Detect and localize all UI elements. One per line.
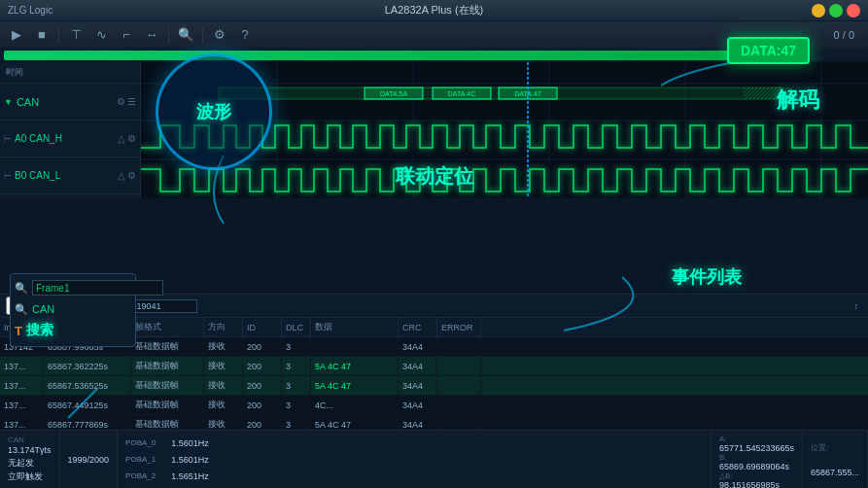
- td-format-1: 基础数据帧: [131, 357, 204, 375]
- td-dir-3: 接收: [204, 396, 243, 414]
- td-error-4: [437, 415, 481, 430]
- td-crc-3: 34A4: [399, 396, 437, 414]
- search-row-2: 🔍 CAN: [15, 299, 131, 319]
- td-error-3: [437, 396, 481, 414]
- td-data-2: 5A 4C 47: [311, 376, 399, 395]
- arrow-button[interactable]: ↔: [141, 25, 162, 45]
- td-time-3: 65867.449125s: [44, 396, 131, 414]
- search-icon-2[interactable]: 🔍: [15, 303, 28, 316]
- wave-button[interactable]: ∿: [90, 25, 112, 45]
- cursor-b-label: B:: [719, 453, 794, 462]
- position-display-value: 65867.555...: [811, 468, 859, 477]
- time-ruler-header: 时间: [6, 66, 23, 79]
- maximize-button[interactable]: [829, 4, 843, 17]
- td-format-0: 基础数据帧: [131, 337, 204, 356]
- progress-bar: [4, 51, 735, 60]
- td-error-0: [437, 337, 481, 356]
- poba-0-label: POBA_0: [125, 438, 156, 448]
- poba-2-label: POBA_2: [125, 471, 156, 481]
- can-search-label: CAN: [32, 303, 54, 315]
- play-button[interactable]: ▶: [6, 25, 27, 45]
- status-immediate-value: 立即触发: [8, 471, 52, 483]
- cursor-a-label: A:: [719, 435, 794, 443]
- decode-label[interactable]: 解码: [777, 86, 819, 115]
- td-format-3: 基础数据帧: [131, 396, 204, 414]
- can-l-settings-icon[interactable]: ⚙: [127, 170, 136, 181]
- td-crc-1: 34A4: [399, 357, 437, 375]
- th-dlc: DLC: [282, 318, 311, 336]
- can-l-up-icon[interactable]: △: [118, 170, 125, 181]
- td-dir-0: 接收: [204, 337, 243, 356]
- search-type-icon[interactable]: T: [15, 324, 22, 338]
- can-h-channel-name: A0 CAN_H: [15, 133, 116, 144]
- table-row[interactable]: 137... 65867.536525s 基础数据帧 接收 200 3 5A 4…: [0, 376, 868, 396]
- th-format: 帧格式: [131, 318, 204, 336]
- edge-button[interactable]: ⌐: [116, 25, 137, 45]
- cursor-a-value: 65771.545233665s: [719, 443, 794, 453]
- close-button[interactable]: [847, 4, 860, 17]
- td-id-0: 200: [243, 337, 282, 356]
- td-dlc-1: 3: [282, 357, 311, 375]
- td-dir-1: 接收: [204, 357, 243, 375]
- waveform-hint: ↕: [854, 301, 863, 311]
- settings-button[interactable]: ⚙: [209, 25, 230, 45]
- td-dir-2: 接收: [204, 376, 243, 395]
- can-l-indent: ⊢: [4, 171, 12, 181]
- waveform-annotation-bubble: 波形: [156, 53, 272, 170]
- status-position: 位置: 65867.555...: [803, 431, 868, 488]
- poba-1-value: 1.5601Hz: [171, 455, 209, 465]
- can-h-up-icon[interactable]: △: [118, 133, 125, 144]
- minimize-button[interactable]: [812, 4, 825, 17]
- link-position-label: 联动定位: [396, 163, 473, 190]
- can-settings-icon[interactable]: ⚙: [117, 96, 125, 107]
- td-crc-4: 34A4: [399, 415, 437, 430]
- td-format-4: 基础数据帧: [131, 415, 204, 430]
- data-highlight-text: DATA:47: [741, 43, 796, 58]
- td-dlc-2: 3: [282, 376, 311, 395]
- event-list-label: 事件列表: [672, 265, 742, 289]
- search-icon-1[interactable]: 🔍: [15, 282, 28, 295]
- status-cursor-a: A: 65771.545233665s B: 65869.69689064s △…: [712, 431, 803, 488]
- can-more-icon[interactable]: ☰: [127, 96, 136, 107]
- table-row[interactable]: 137... 65867.777869s 基础数据帧 接收 200 3 5A 4…: [0, 415, 868, 430]
- td-dlc-0: 3: [282, 337, 311, 356]
- help-button[interactable]: ?: [234, 25, 256, 45]
- can-h-settings-icon[interactable]: ⚙: [127, 133, 136, 144]
- td-index-1: 137...: [0, 357, 44, 375]
- cursor-button[interactable]: ⊤: [65, 25, 87, 45]
- window-buttons: [812, 4, 860, 17]
- search-button[interactable]: 🔍: [175, 25, 196, 45]
- position-label: 位置:: [811, 442, 859, 453]
- table-row[interactable]: 137... 65867.362225s 基础数据帧 接收 200 3 5A 4…: [0, 357, 868, 376]
- status-bar: CAN 13.174Tγts 无起发 立即触发 1999/2000 POBA_0…: [0, 430, 868, 488]
- status-trigger-value: 无起发: [8, 457, 52, 470]
- cursor-delta-label: △B:: [719, 471, 794, 480]
- waveform-annotation-text: 波形: [196, 100, 231, 123]
- td-time-1: 65867.362225s: [44, 357, 131, 375]
- stop-button[interactable]: ■: [31, 25, 52, 45]
- td-dlc-3: 3: [282, 396, 311, 414]
- td-time-2: 65867.536525s: [44, 376, 131, 395]
- td-id-1: 200: [243, 357, 282, 375]
- th-crc: CRC: [399, 318, 437, 336]
- td-id-2: 200: [243, 376, 282, 395]
- search-row-1: 🔍: [15, 278, 131, 297]
- th-data: 数据: [311, 318, 399, 336]
- window-title: LA2832A Plus (在线): [385, 3, 484, 17]
- svg-text:DATA:5A: DATA:5A: [380, 90, 407, 97]
- frame-search-input[interactable]: [32, 280, 163, 296]
- td-id-3: 200: [243, 396, 282, 414]
- th-error: ERROR: [437, 318, 481, 336]
- can-channel-name: CAN: [17, 96, 115, 108]
- can-l-channel-name: B0 CAN_L: [15, 170, 116, 181]
- poba-2-value: 1.5651Hz: [171, 471, 209, 481]
- td-data-3: 4C...: [311, 396, 399, 414]
- td-index-4: 137...: [0, 415, 44, 430]
- poba-1-label: POBA_1: [125, 455, 156, 465]
- td-crc-2: 34A4: [399, 376, 437, 395]
- table-row[interactable]: 137... 65867.449125s 基础数据帧 接收 200 3 4C..…: [0, 396, 868, 415]
- toolbar-separator-3: [202, 27, 203, 43]
- can-expand-icon[interactable]: ▼: [4, 97, 13, 107]
- td-crc-0: 34A4: [399, 337, 437, 356]
- status-can-value: 13.174Tγts: [8, 445, 52, 455]
